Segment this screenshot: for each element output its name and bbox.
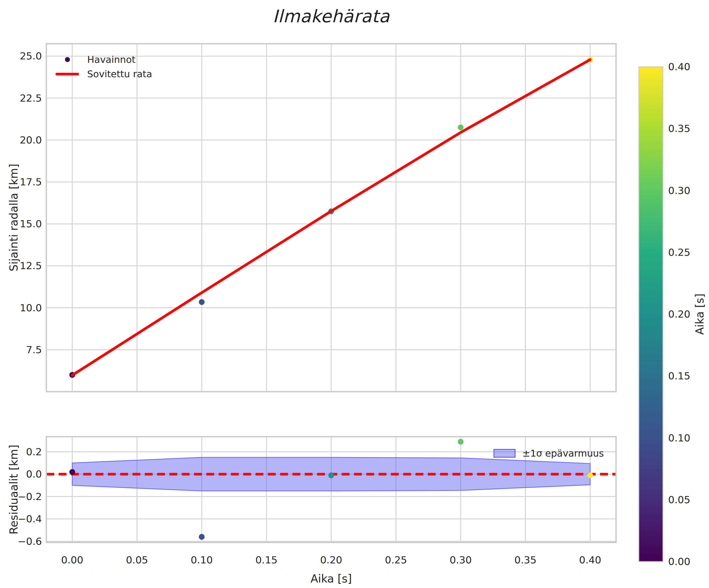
svg-text:0.10: 0.10 <box>191 554 213 566</box>
svg-text:7.5: 7.5 <box>26 344 42 355</box>
svg-text:0.20: 0.20 <box>668 309 690 320</box>
svg-text:0.35: 0.35 <box>515 554 537 566</box>
svg-text:0.15: 0.15 <box>255 554 278 566</box>
svg-text:12.5: 12.5 <box>20 260 42 271</box>
colorbar-tick-labels: 0.400.350.300.250.200.150.100.050.00 <box>668 61 690 567</box>
svg-text:0.05: 0.05 <box>668 494 690 506</box>
svg-text:0.0: 0.0 <box>26 469 42 480</box>
x-tick-labels: 0.000.050.100.150.200.250.300.350.40 <box>61 554 601 566</box>
svg-text:20.0: 20.0 <box>20 134 42 146</box>
residual-y-tick-labels: 0.20.0−0.2−0.4−0.6 <box>18 446 42 547</box>
svg-text:17.5: 17.5 <box>20 176 42 188</box>
svg-text:0.10: 0.10 <box>668 432 690 444</box>
svg-text:0.20: 0.20 <box>320 554 342 566</box>
colorbar-gradient <box>639 67 663 562</box>
uncertainty-band-icon <box>494 449 516 458</box>
main-legend: Havainnot Sovitettu rata <box>55 52 152 81</box>
svg-text:−0.6: −0.6 <box>18 536 42 547</box>
legend-label-observations: Havainnot <box>87 54 135 65</box>
main-y-axis-label: Sijainti radalla [km] <box>7 164 20 271</box>
chart-title: Ilmakehärata <box>46 6 616 26</box>
svg-text:0.25: 0.25 <box>385 554 407 566</box>
svg-text:0.40: 0.40 <box>668 61 690 73</box>
gridlines <box>46 44 616 392</box>
svg-text:−0.4: −0.4 <box>18 513 42 525</box>
colorbar-label: Aika [s] <box>693 293 706 335</box>
svg-text:0.30: 0.30 <box>668 185 690 196</box>
svg-text:0.15: 0.15 <box>668 370 690 382</box>
legend-item-observations: Havainnot <box>55 52 152 67</box>
svg-text:0.30: 0.30 <box>449 554 472 566</box>
figure: 25.022.520.017.515.012.510.07.50.20.0−0.… <box>0 0 709 588</box>
svg-text:15.0: 15.0 <box>20 218 42 230</box>
fitted-line-icon <box>55 73 79 75</box>
svg-text:0.00: 0.00 <box>668 556 690 567</box>
svg-text:22.5: 22.5 <box>20 92 42 104</box>
legend-label-fitted-line: Sovitettu rata <box>87 69 152 79</box>
svg-text:0.2: 0.2 <box>26 446 42 458</box>
observation-dot-icon <box>55 57 79 62</box>
svg-text:0.25: 0.25 <box>668 247 690 258</box>
residual-legend: ±1σ epävarmuus <box>494 448 604 459</box>
svg-text:−0.2: −0.2 <box>18 491 42 502</box>
svg-text:25.0: 25.0 <box>20 50 42 62</box>
figure-canvas: 25.022.520.017.515.012.510.07.50.20.0−0.… <box>0 0 709 588</box>
legend-item-fitted-line: Sovitettu rata <box>55 67 152 81</box>
svg-text:10.0: 10.0 <box>20 302 42 314</box>
residual-y-axis-label: Residuaalit [km] <box>7 445 20 535</box>
main-y-tick-labels: 25.022.520.017.515.012.510.07.5 <box>20 50 42 355</box>
svg-text:0.35: 0.35 <box>668 123 690 134</box>
svg-text:0.05: 0.05 <box>126 554 148 566</box>
x-axis-label: Aika [s] <box>46 572 616 585</box>
svg-text:0.40: 0.40 <box>579 554 601 566</box>
legend-label-uncertainty: ±1σ epävarmuus <box>522 448 604 459</box>
svg-text:0.00: 0.00 <box>61 554 83 566</box>
